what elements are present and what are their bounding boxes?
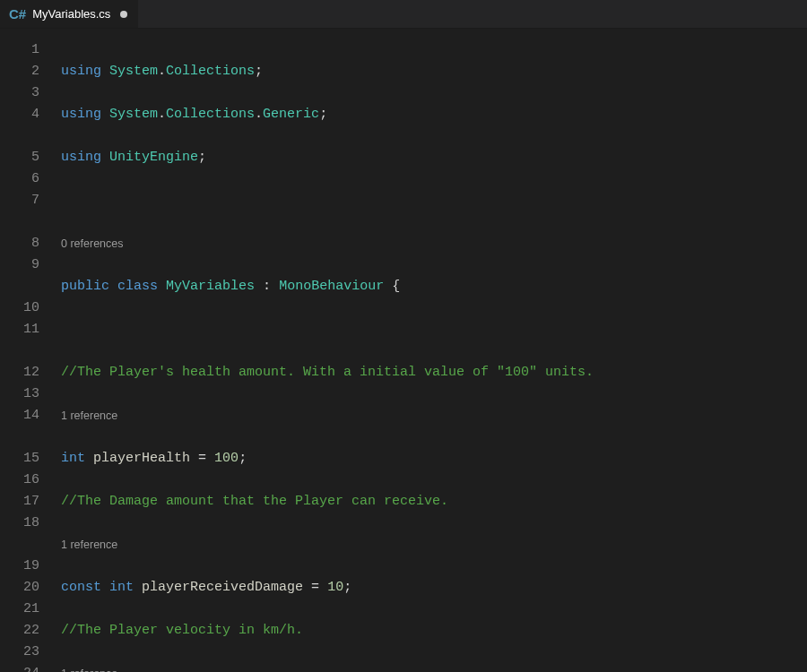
line-number [0, 426, 39, 448]
code-line[interactable]: //The Player's health amount. With a ini… [61, 362, 807, 383]
code-editor[interactable]: 1 2 3 4 5 6 7 8 9 10 11 12 13 14 15 16 1… [0, 29, 807, 672]
code-line[interactable]: //The Player velocity in km/h. [61, 620, 807, 642]
tab-bar: C# MyVariables.cs [0, 0, 807, 29]
line-number: 21 [0, 599, 39, 620]
line-number: 20 [0, 577, 39, 599]
line-number: 7 [0, 190, 39, 211]
line-number: 22 [0, 620, 39, 642]
line-number: 16 [0, 470, 39, 491]
codelens-references[interactable]: 1 reference [61, 534, 807, 556]
editor-tab[interactable]: C# MyVariables.cs [0, 0, 139, 28]
codelens-line: 1 reference [61, 534, 807, 556]
code-line[interactable]: using UnityEngine; [61, 147, 807, 168]
line-number: 12 [0, 362, 39, 383]
codelens-references[interactable]: 1 reference [61, 663, 807, 672]
code-line[interactable] [61, 190, 807, 211]
line-number: 6 [0, 168, 39, 190]
line-number: 24 [0, 663, 39, 672]
line-number: 17 [0, 491, 39, 513]
unsaved-indicator-icon [120, 11, 127, 18]
codelens-line: 1 reference [61, 405, 807, 426]
codelens-line: 1 reference [61, 663, 807, 672]
csharp-file-icon: C# [9, 6, 26, 22]
code-line[interactable]: using System.Collections.Generic; [61, 104, 807, 125]
tab-filename: MyVariables.cs [32, 7, 110, 21]
line-number-gutter: 1 2 3 4 5 6 7 8 9 10 11 12 13 14 15 16 1… [0, 29, 52, 672]
line-number: 14 [0, 405, 39, 426]
code-line[interactable]: public class MyVariables : MonoBehaviour… [61, 276, 807, 297]
line-number: 5 [0, 147, 39, 168]
line-number: 3 [0, 82, 39, 104]
code-line[interactable]: //The Damage amount that the Player can … [61, 491, 807, 513]
line-number: 15 [0, 448, 39, 470]
line-number [0, 534, 39, 556]
code-area[interactable]: using System.Collections; using System.C… [52, 29, 807, 672]
line-number: 13 [0, 383, 39, 405]
line-number: 8 [0, 233, 39, 254]
line-number: 10 [0, 297, 39, 319]
line-number [0, 125, 39, 147]
line-number: 1 [0, 39, 39, 61]
line-number [0, 276, 39, 297]
line-number: 2 [0, 61, 39, 82]
line-number: 11 [0, 319, 39, 340]
line-number: 9 [0, 254, 39, 276]
code-line[interactable] [61, 319, 807, 340]
line-number: 18 [0, 513, 39, 534]
code-line[interactable]: using System.Collections; [61, 61, 807, 82]
line-number: 4 [0, 104, 39, 125]
code-line[interactable]: const int playerReceivedDamage = 10; [61, 577, 807, 599]
codelens-line: 0 references [61, 233, 807, 254]
code-line[interactable]: int playerHealth = 100; [61, 448, 807, 470]
codelens-references[interactable]: 1 reference [61, 405, 807, 426]
codelens-references[interactable]: 0 references [61, 233, 807, 254]
line-number: 19 [0, 556, 39, 577]
line-number [0, 340, 39, 362]
line-number: 23 [0, 642, 39, 663]
line-number [0, 211, 39, 233]
